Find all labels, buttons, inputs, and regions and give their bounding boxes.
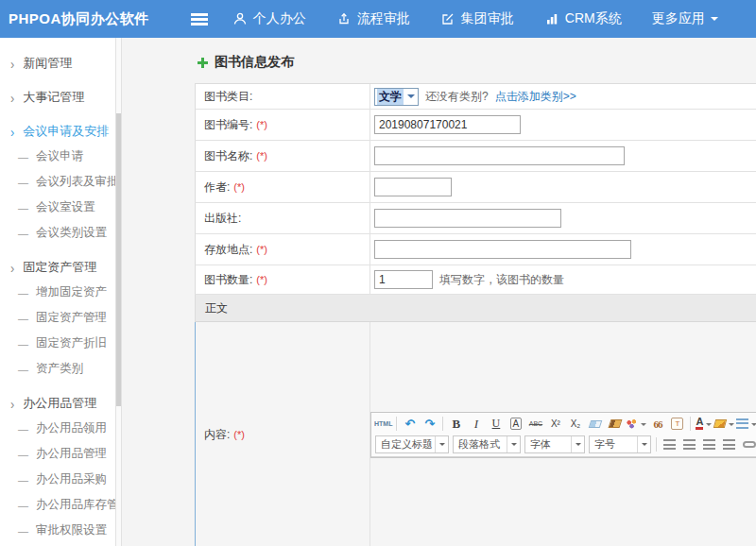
font-color-icon: A (696, 418, 703, 430)
content-label: 内容: (204, 427, 230, 443)
sidebar-item-supplies-stock[interactable]: —办公用品库存管理 (0, 492, 115, 518)
clear-doc-button[interactable] (606, 415, 624, 433)
category-selected-value: 文学 (377, 89, 404, 105)
hamburger-menu-icon[interactable] (191, 13, 208, 26)
publisher-input[interactable] (374, 209, 561, 228)
custom-title-select[interactable]: 自定义标题 (375, 435, 449, 453)
edit-square-icon (440, 11, 455, 26)
location-input[interactable] (374, 240, 631, 259)
font-color-button[interactable]: A (695, 415, 713, 433)
publisher-label: 出版社: (204, 211, 241, 227)
underline-icon: U (492, 417, 501, 431)
caret-down-icon (435, 436, 448, 452)
sidebar-item-asset-depreciation[interactable]: —固定资产折旧 (0, 331, 115, 356)
topbar: PHPOA协同办公软件 个人办公 流程审批 集团审批 (0, 0, 756, 38)
sidebar-item-supplies[interactable]: ›办公用品管理 (0, 391, 115, 416)
editor-toolbar: HTML ↶ ↷ B I U A ABC X² X₂ (371, 413, 756, 457)
sidebar: ›新闻管理 ›大事记管理 ›会议申请及安排 —会议申请 —会议列表及审批 —会议… (0, 38, 115, 546)
topnav-item-personal-office[interactable]: 个人办公 (232, 10, 306, 27)
sidebar-item-label: 会议列表及审批 (36, 174, 115, 190)
sidebar-item-label: 办公用品领用 (36, 420, 107, 436)
align-center-button[interactable] (680, 435, 698, 453)
topnav-item-more-apps[interactable]: 更多应用 (652, 10, 718, 27)
sidebar-item-supplies-purchase[interactable]: —办公用品采购 (0, 467, 115, 492)
align-center-icon (683, 439, 696, 450)
blockquote-button[interactable]: 66 (648, 415, 666, 433)
highlight-color-button[interactable] (714, 415, 734, 433)
quote-icon: 66 (653, 418, 662, 430)
chevron-right-icon: › (10, 395, 14, 411)
remove-format-button[interactable] (586, 415, 604, 433)
topnav-label: 集团审批 (461, 10, 514, 27)
author-input[interactable] (374, 178, 452, 196)
sidebar-item-asset-manage[interactable]: —固定资产管理 (0, 305, 115, 331)
select-label: 自定义标题 (381, 437, 433, 452)
quantity-label: 图书数量: (204, 272, 252, 288)
sidebar-item-approval-permission[interactable]: —审批权限设置 (0, 518, 115, 543)
sidebar-item-meeting-list[interactable]: —会议列表及审批 (0, 169, 115, 195)
sidebar-item-supplies-claim[interactable]: —办公用品领用 (0, 416, 115, 441)
form-row-name: 图书名称:(*) (195, 141, 756, 172)
italic-button[interactable]: I (467, 415, 485, 433)
chevron-right-icon: › (10, 123, 14, 139)
add-category-link[interactable]: 点击添加类别>> (495, 89, 576, 105)
page-title-row: 图书信息发布 (122, 38, 756, 83)
html-source-button[interactable]: HTML (374, 415, 392, 433)
paste-text-button[interactable]: T (668, 415, 686, 433)
category-select[interactable]: 文学 (374, 88, 419, 106)
topnav-item-group-approval[interactable]: 集团审批 (440, 10, 514, 27)
underline-button[interactable]: U (487, 415, 505, 433)
format-brush-button[interactable] (626, 415, 646, 433)
sidebar-item-meeting[interactable]: ›会议申请及安排 (0, 119, 115, 144)
category-hint: 还没有类别? (425, 89, 489, 105)
required-mark: (*) (256, 274, 267, 285)
required-mark: (*) (256, 119, 267, 130)
book-code-input[interactable] (374, 115, 521, 134)
sidebar-item-assets[interactable]: ›固定资产管理 (0, 255, 115, 280)
required-mark: (*) (233, 429, 245, 440)
form-row-location: 存放地点:(*) (195, 234, 756, 265)
undo-button[interactable]: ↶ (401, 415, 419, 433)
book-form: 图书类目: 文学 还没有类别? 点击添加类别>> 图书编号:(*) 图书名称:(… (195, 83, 756, 546)
strikethrough-button[interactable]: ABC (526, 415, 544, 433)
bold-button[interactable]: B (447, 415, 465, 433)
font-size-select[interactable]: 字号 (589, 435, 651, 453)
sidebar-item-meeting-category[interactable]: —会议类别设置 (0, 220, 115, 246)
sidebar-item-memorabilia[interactable]: ›大事记管理 (0, 85, 115, 110)
caret-down-icon (641, 423, 646, 429)
topnav-item-workflow-approval[interactable]: 流程审批 (336, 10, 410, 27)
sidebar-item-meeting-room[interactable]: —会议室设置 (0, 195, 115, 220)
sidebar-item-supplies-manage[interactable]: —办公用品管理 (0, 441, 115, 467)
sidebar-item-news[interactable]: ›新闻管理 (0, 51, 115, 76)
sidebar-item-label: 审批权限设置 (36, 522, 107, 538)
dash-icon: — (18, 474, 28, 486)
form-row-publisher: 出版社: (195, 203, 756, 234)
insert-link-button[interactable] (740, 435, 756, 453)
quantity-input[interactable] (374, 270, 433, 289)
subscript-button[interactable]: X₂ (566, 415, 584, 433)
chevron-right-icon: › (10, 259, 14, 275)
align-justify-button[interactable] (720, 435, 738, 453)
sidebar-scrollbar[interactable] (115, 38, 122, 546)
editor-toolbar-row1: HTML ↶ ↷ B I U A ABC X² X₂ (373, 414, 756, 435)
ordered-list-button[interactable] (736, 415, 756, 433)
align-right-button[interactable] (700, 435, 718, 453)
toolbar-separator (656, 437, 657, 452)
sidebar-item-label: 会议申请 (36, 148, 83, 164)
align-left-button[interactable] (661, 435, 679, 453)
sidebar-item-meeting-apply[interactable]: —会议申请 (0, 144, 115, 169)
topnav-item-crm-system[interactable]: CRM系统 (544, 10, 622, 27)
sidebar-item-asset-category[interactable]: —资产类别 (0, 356, 115, 382)
required-mark: (*) (256, 150, 267, 162)
redo-button[interactable]: ↷ (421, 415, 438, 433)
superscript-button[interactable]: X² (546, 415, 564, 433)
sidebar-scrollbar-thumb[interactable] (116, 113, 121, 406)
paragraph-format-select[interactable]: 段落格式 (453, 435, 521, 453)
caret-down-icon (751, 423, 756, 429)
font-border-button[interactable]: A (507, 415, 524, 433)
align-justify-icon (723, 439, 735, 450)
caret-down-icon (407, 94, 415, 102)
sidebar-item-asset-add[interactable]: —增加固定资产 (0, 280, 115, 305)
font-family-select[interactable]: 字体 (524, 435, 585, 453)
book-name-input[interactable] (374, 146, 625, 165)
